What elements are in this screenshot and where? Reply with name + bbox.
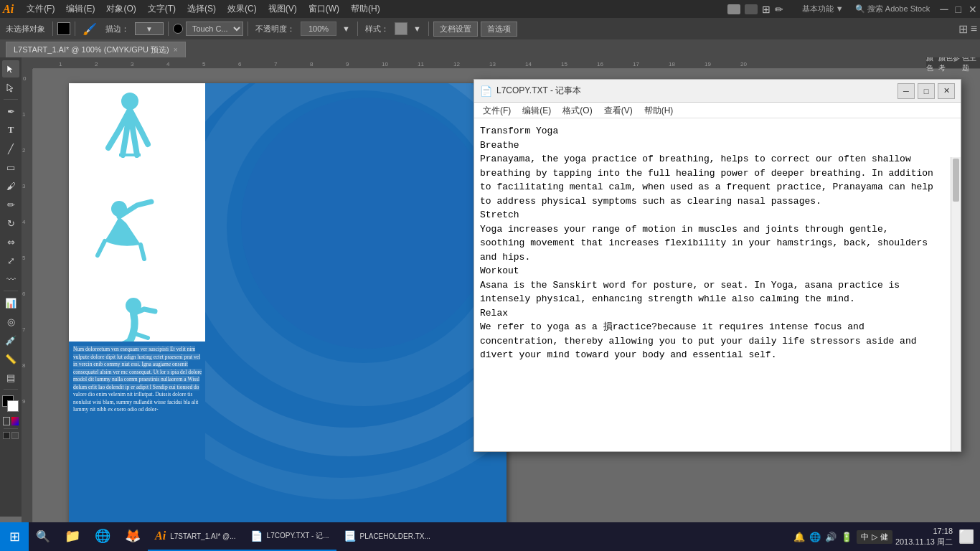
- text-block-blue: Num doloreetum ven esequam ver suscipist…: [69, 342, 209, 529]
- pen-icon[interactable]: ✏: [775, 4, 783, 15]
- eyedrop-tool[interactable]: 💉: [2, 331, 19, 349]
- pencil-tool[interactable]: ✏: [2, 196, 19, 213]
- toolbar-right-icon2[interactable]: ≡: [971, 22, 977, 36]
- tray-volume[interactable]: 🔊: [825, 532, 837, 542]
- taskbar-placeholder-label: PLACEHOLDER.TX...: [360, 532, 430, 540]
- tool-sep-3: [4, 389, 18, 390]
- full-screen-btn[interactable]: [11, 432, 19, 439]
- fill-color[interactable]: [57, 22, 70, 35]
- notepad-body: [474, 118, 961, 451]
- mirror-tool[interactable]: ⇔: [2, 233, 19, 250]
- tool-sep-4: [4, 428, 18, 429]
- style-dropdown[interactable]: ▼: [410, 23, 424, 34]
- taskbar-search[interactable]: 🔍: [29, 522, 57, 551]
- bridge-icon[interactable]: [727, 4, 740, 14]
- opacity-label: 不透明度：: [253, 22, 298, 36]
- tray-notification[interactable]: 🔔: [793, 532, 805, 542]
- blend-tool[interactable]: ◎: [2, 313, 19, 330]
- swirl-inner: [241, 98, 492, 349]
- edge-icon: 🌐: [95, 528, 110, 544]
- standard-screen-btn[interactable]: [3, 432, 10, 439]
- scale-tool[interactable]: ⤢: [2, 252, 19, 269]
- taskbar-notepad[interactable]: 📄 L7COPY.TXT - 记...: [243, 522, 336, 551]
- svg-text:16: 16: [597, 61, 603, 67]
- window-buttons: ─ □ ✕: [897, 83, 955, 99]
- doc-settings-btn[interactable]: 文档设置: [433, 22, 478, 37]
- menu-edit[interactable]: 编辑(E): [60, 1, 100, 17]
- notepad-scrollbar[interactable]: [951, 157, 961, 451]
- notepad-textarea[interactable]: [474, 118, 961, 451]
- taskbar-edge[interactable]: 🌐: [88, 522, 118, 551]
- svg-text:3: 3: [131, 61, 134, 67]
- shape-tool[interactable]: ▭: [2, 159, 19, 176]
- taskbar-firefox[interactable]: 🦊: [118, 522, 148, 551]
- win-close-btn[interactable]: ✕: [938, 83, 955, 99]
- restore-btn[interactable]: □: [956, 4, 961, 15]
- menu-file[interactable]: 文件(F): [21, 1, 60, 17]
- grid-icon[interactable]: ⊞: [762, 4, 771, 15]
- tab-bar: L7START_1.AI* @ 100% (CMYK/GPU 预选) ×: [0, 39, 980, 57]
- text-selected-bottom: valore dio enim velenim nit irillutpat. …: [73, 391, 198, 413]
- stock-icon[interactable]: [745, 4, 758, 14]
- yoga-silhouette-2: [83, 184, 176, 270]
- warp-tool[interactable]: 〰: [2, 270, 19, 288]
- menu-effect[interactable]: 效果(C): [222, 1, 263, 17]
- taskbar-illustrator[interactable]: Ai L7START_1.AI* @...: [148, 522, 243, 551]
- selection-tool[interactable]: [2, 60, 19, 77]
- pen-tool[interactable]: ✒: [2, 103, 19, 120]
- workspace-label: 基本功能 ▼: [802, 4, 844, 14]
- gradient-tool[interactable]: ▤: [2, 369, 19, 386]
- start-button[interactable]: ⊞: [0, 522, 29, 551]
- svg-text:18: 18: [669, 61, 675, 67]
- graph-tool[interactable]: 📊: [2, 294, 19, 311]
- svg-rect-23: [22, 69, 33, 529]
- opacity-input[interactable]: [301, 22, 336, 36]
- bg-color-box[interactable]: [7, 400, 19, 412]
- taskbar-right: 🔔 🌐 🔊 🔋 中 ▷ 健 17:18 2013.11.13 周二 ⬜: [793, 526, 980, 548]
- svg-text:4: 4: [166, 61, 170, 67]
- np-menu-view[interactable]: 查看(V): [598, 104, 639, 116]
- paintbrush-tool[interactable]: 🖌: [2, 177, 19, 194]
- brush-tool-icon[interactable]: 🖌️: [80, 21, 100, 37]
- np-menu-file[interactable]: 文件(F): [477, 104, 517, 116]
- direct-selection-tool[interactable]: [2, 79, 19, 96]
- menu-view[interactable]: 视图(V): [263, 1, 303, 17]
- taskbar-placeholder[interactable]: 📃 PLACEHOLDER.TX...: [336, 522, 438, 551]
- style-box[interactable]: [395, 22, 407, 35]
- menu-help[interactable]: 帮助(H): [345, 1, 386, 17]
- tray-network[interactable]: 🌐: [809, 532, 821, 542]
- menu-window[interactable]: 窗口(W): [303, 1, 345, 17]
- tab-close-btn[interactable]: ×: [174, 46, 178, 54]
- no-color-box[interactable]: [3, 417, 10, 425]
- menu-text[interactable]: 文字(T): [142, 1, 182, 17]
- ai-icon: Ai: [155, 529, 166, 542]
- toolbar-right-icon1[interactable]: ⊞: [958, 22, 968, 36]
- rotate-tool[interactable]: ↻: [2, 215, 19, 232]
- svg-text:9: 9: [346, 61, 349, 67]
- show-desktop-btn[interactable]: ⬜: [958, 529, 974, 545]
- svg-text:5: 5: [202, 61, 206, 67]
- np-menu-edit[interactable]: 编辑(E): [517, 104, 557, 116]
- stroke-dropdown[interactable]: ▼: [135, 22, 164, 35]
- menu-select[interactable]: 选择(S): [182, 1, 222, 17]
- close-btn[interactable]: ✕: [969, 4, 977, 15]
- np-menu-help[interactable]: 帮助(H): [639, 104, 679, 116]
- ime-indicator[interactable]: 中 ▷ 健: [857, 530, 892, 544]
- doc-tab[interactable]: L7START_1.AI* @ 100% (CMYK/GPU 预选) ×: [6, 42, 186, 57]
- menu-object[interactable]: 对象(O): [100, 1, 141, 17]
- gradient-box[interactable]: [11, 417, 19, 425]
- svg-text:11: 11: [418, 61, 424, 67]
- touch-dropdown[interactable]: Touch C...: [186, 22, 243, 36]
- preferences-btn[interactable]: 首选项: [481, 22, 517, 37]
- taskbar-explorer[interactable]: 📁: [57, 522, 88, 551]
- tray-battery[interactable]: 🔋: [841, 532, 852, 542]
- ruler-horizontal: 0 1 2 3 4 5 6 7 8 9 10 11 12 13 14 15 16…: [22, 57, 980, 69]
- minimize-btn[interactable]: ─: [940, 3, 948, 16]
- win-maximize-btn[interactable]: □: [918, 83, 935, 99]
- measure-tool[interactable]: 📏: [2, 350, 19, 367]
- np-menu-format[interactable]: 格式(O): [557, 104, 598, 116]
- taskbar-clock[interactable]: 17:18 2013.11.13 周二: [895, 526, 953, 548]
- win-minimize-btn[interactable]: ─: [897, 83, 915, 99]
- type-tool[interactable]: T: [2, 121, 19, 138]
- line-tool[interactable]: ╱: [2, 140, 19, 157]
